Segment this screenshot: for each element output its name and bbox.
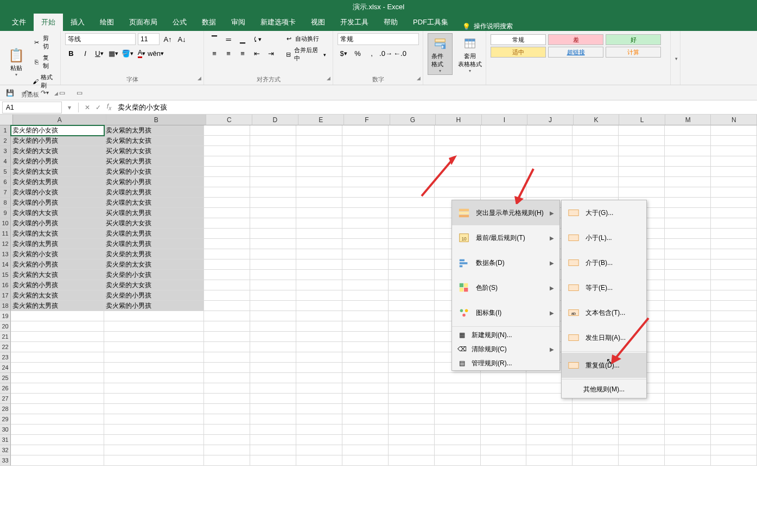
cell-J29[interactable] <box>526 414 572 425</box>
cell-C20[interactable] <box>204 321 250 332</box>
cell-K29[interactable] <box>572 414 619 425</box>
menu-databars[interactable]: 数据条(D)▶ <box>452 250 559 275</box>
cell-A19[interactable] <box>11 311 104 321</box>
cell-A13[interactable]: 卖火紫的小女孩 <box>11 249 104 259</box>
menu-clear-rules[interactable]: ⌫清除规则(C)▶ <box>452 342 559 356</box>
cell-F12[interactable] <box>342 239 389 249</box>
cell-B7[interactable]: 卖火喋的太男孩 <box>104 187 204 198</box>
row-header-14[interactable]: 14 <box>0 259 11 270</box>
currency-button[interactable]: $▾ <box>338 47 349 59</box>
cell-A7[interactable]: 卖火喋的小女孩 <box>11 187 104 198</box>
cell-E13[interactable] <box>296 249 342 259</box>
col-header-H[interactable]: H <box>436 115 482 125</box>
cell-H27[interactable] <box>435 394 481 404</box>
align-center-button[interactable]: ≡ <box>222 47 234 59</box>
cell-D7[interactable] <box>250 187 296 198</box>
cell-F3[interactable] <box>342 146 389 156</box>
cell-A4[interactable]: 卖火柴的小男孩 <box>11 156 104 167</box>
cell-E14[interactable] <box>296 259 342 270</box>
cell-N29[interactable] <box>711 414 757 425</box>
cell-B31[interactable] <box>104 435 204 445</box>
col-header-J[interactable]: J <box>527 115 574 125</box>
cell-M27[interactable] <box>665 394 711 404</box>
cell-D27[interactable] <box>250 394 296 404</box>
decrease-font-button[interactable]: A↓ <box>176 33 188 45</box>
row-header-20[interactable]: 20 <box>0 321 11 332</box>
cell-B25[interactable] <box>104 373 204 383</box>
cell-J3[interactable] <box>526 146 572 156</box>
cell-C28[interactable] <box>204 404 250 414</box>
dialog-launcher-icon[interactable]: ◢ <box>417 75 421 81</box>
cell-H26[interactable] <box>435 383 481 394</box>
cell-B30[interactable] <box>104 425 204 435</box>
cell-D19[interactable] <box>250 311 296 321</box>
cell-N24[interactable] <box>711 363 757 373</box>
cell-D9[interactable] <box>250 208 296 218</box>
cell-A22[interactable] <box>11 342 104 352</box>
cell-M25[interactable] <box>665 373 711 383</box>
cell-I7[interactable] <box>481 187 527 198</box>
col-header-N[interactable]: N <box>711 115 757 125</box>
cell-N12[interactable] <box>711 239 757 249</box>
cell-C7[interactable] <box>204 187 250 198</box>
cell-I1[interactable] <box>481 125 527 136</box>
row-header-17[interactable]: 17 <box>0 290 11 301</box>
cell-F11[interactable] <box>342 229 389 239</box>
cell-M29[interactable] <box>665 414 711 425</box>
cell-A21[interactable] <box>11 332 104 342</box>
cell-B23[interactable] <box>104 352 204 363</box>
row-header-30[interactable]: 30 <box>0 425 11 435</box>
cell-F29[interactable] <box>342 414 389 425</box>
cell-I25[interactable] <box>481 373 527 383</box>
cell-G27[interactable] <box>389 394 435 404</box>
comma-button[interactable]: , <box>366 47 378 59</box>
cell-M33[interactable] <box>665 455 711 466</box>
cell-L33[interactable] <box>619 455 665 466</box>
cell-L30[interactable] <box>619 425 665 435</box>
cell-B5[interactable]: 卖火紫的小女孩 <box>104 167 204 177</box>
tab-审阅[interactable]: 审阅 <box>224 14 253 31</box>
cell-E12[interactable] <box>296 239 342 249</box>
select-all-button[interactable] <box>0 115 13 125</box>
cell-D17[interactable] <box>250 290 296 301</box>
cell-F30[interactable] <box>342 425 389 435</box>
fx-button[interactable]: fx <box>104 102 114 113</box>
row-header-18[interactable]: 18 <box>0 301 11 311</box>
cell-K5[interactable] <box>572 167 619 177</box>
cell-I28[interactable] <box>481 404 527 414</box>
orientation-button[interactable]: ⤹▾ <box>251 33 263 45</box>
cell-K31[interactable] <box>572 435 619 445</box>
cancel-formula-button[interactable]: ✕ <box>82 102 93 113</box>
cell-L29[interactable] <box>619 414 665 425</box>
cell-B10[interactable]: 买火喋的大女孩 <box>104 218 204 229</box>
cell-E29[interactable] <box>296 414 342 425</box>
cell-G16[interactable] <box>389 280 435 290</box>
cell-C32[interactable] <box>204 445 250 455</box>
cell-B26[interactable] <box>104 383 204 394</box>
cell-L2[interactable] <box>619 136 665 146</box>
cell-B28[interactable] <box>104 404 204 414</box>
cell-E27[interactable] <box>296 394 342 404</box>
menu-date-occurring[interactable]: 发生日期(A)... <box>562 325 646 350</box>
cell-F20[interactable] <box>342 321 389 332</box>
row-header-21[interactable]: 21 <box>0 332 11 342</box>
cell-D20[interactable] <box>250 321 296 332</box>
col-header-G[interactable]: G <box>390 115 436 125</box>
cell-G31[interactable] <box>389 435 435 445</box>
cell-D10[interactable] <box>250 218 296 229</box>
cell-I5[interactable] <box>481 167 527 177</box>
cell-F28[interactable] <box>342 404 389 414</box>
cell-H30[interactable] <box>435 425 481 435</box>
cell-D22[interactable] <box>250 342 296 352</box>
menu-iconsets[interactable]: 图标集(I)▶ <box>452 300 559 325</box>
cell-B27[interactable] <box>104 394 204 404</box>
row-header-32[interactable]: 32 <box>0 445 11 455</box>
row-header-11[interactable]: 11 <box>0 229 11 239</box>
cell-C23[interactable] <box>204 352 250 363</box>
cell-N32[interactable] <box>711 445 757 455</box>
row-header-10[interactable]: 10 <box>0 218 11 229</box>
conditional-formatting-button[interactable]: 条件格式 ▾ <box>428 33 453 75</box>
align-bottom-button[interactable]: ▁ <box>237 33 249 45</box>
dialog-launcher-icon[interactable]: ◢ <box>198 75 201 81</box>
cell-C1[interactable] <box>204 125 250 136</box>
